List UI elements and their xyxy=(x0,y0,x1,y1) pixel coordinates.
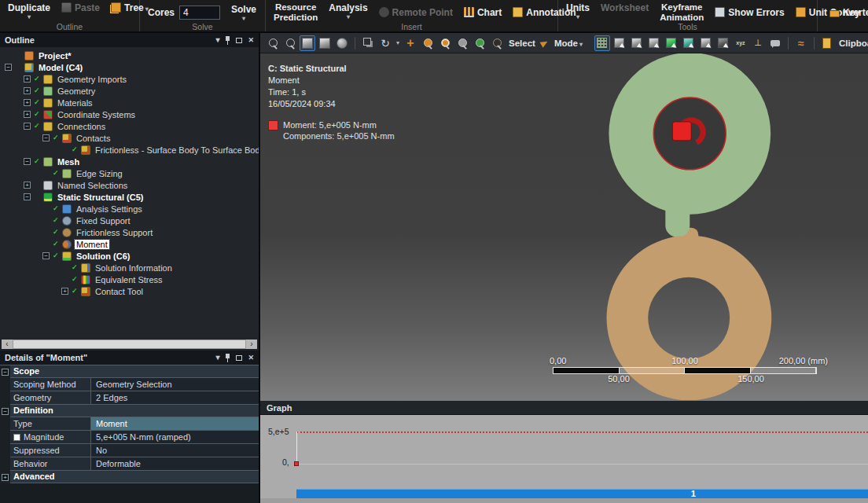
expander-icon[interactable] xyxy=(61,288,68,295)
tree-item-frictionless-support[interactable]: Frictionless Support xyxy=(3,226,259,238)
analysis-button[interactable]: Analysis ▾ xyxy=(329,2,367,20)
cores-input[interactable] xyxy=(179,6,220,20)
rescale-annotation-icon[interactable] xyxy=(334,35,350,51)
pan-icon[interactable] xyxy=(403,35,418,51)
close-icon[interactable] xyxy=(248,36,254,44)
details-value[interactable]: Moment xyxy=(91,417,259,431)
toolbar-separator[interactable] xyxy=(814,37,815,50)
expander-icon[interactable] xyxy=(24,193,31,200)
zoom-out-icon[interactable] xyxy=(265,35,281,51)
paste-button[interactable]: Paste xyxy=(61,2,100,13)
expander-icon[interactable] xyxy=(24,75,31,83)
tree-item-coordinate-systems[interactable]: Coordinate Systems xyxy=(3,108,259,120)
select-face-icon[interactable] xyxy=(646,35,662,51)
select-node-icon[interactable] xyxy=(681,35,697,51)
tree-item-named-selections[interactable]: Named Selections xyxy=(3,179,259,191)
zoom-fit-icon[interactable] xyxy=(454,35,470,51)
tree-item-static-structural[interactable]: Static Structural (C5) xyxy=(3,191,259,203)
tree-item-contact-tool[interactable]: Contact Tool xyxy=(3,285,259,297)
scrollbar-thumb[interactable] xyxy=(13,340,246,349)
clipboard-icon[interactable] xyxy=(819,35,835,51)
tree-item-connections[interactable]: Connections xyxy=(3,120,259,132)
expander-icon[interactable] xyxy=(42,217,50,224)
graphics-viewport[interactable]: C: Static Structural Moment Time: 1, s 1… xyxy=(260,53,868,401)
expander-icon[interactable] xyxy=(42,240,50,248)
worksheet-button[interactable]: Worksheet xyxy=(601,2,649,13)
expander-icon[interactable] xyxy=(42,205,50,212)
select-body-icon[interactable] xyxy=(664,35,679,51)
box-zoom-icon[interactable] xyxy=(437,35,453,51)
graph-step-bar[interactable]: 1 xyxy=(296,489,868,498)
magnifier-window-icon[interactable] xyxy=(489,35,505,51)
details-value[interactable]: 5,e+005 N-mm (ramped) xyxy=(91,431,259,444)
look-at-face-icon[interactable] xyxy=(317,35,333,51)
expander-icon[interactable] xyxy=(42,252,50,259)
chart-button[interactable]: Chart xyxy=(464,7,502,18)
maximize-icon[interactable] xyxy=(236,355,242,361)
tree-item-contacts[interactable]: Contacts xyxy=(3,132,259,144)
tree-item-mesh[interactable]: Mesh xyxy=(3,156,259,167)
remote-point-button[interactable]: Remote Point xyxy=(379,7,453,18)
details-value[interactable]: 2 Edges xyxy=(91,391,259,405)
details-value[interactable]: Geometry Selection xyxy=(91,378,259,391)
rotate-caret-icon[interactable] xyxy=(395,35,401,51)
model-geometry[interactable] xyxy=(260,53,868,400)
copy-viewport-icon[interactable] xyxy=(360,35,376,51)
select-cursor-icon[interactable] xyxy=(539,35,550,51)
keyframe-animation-button[interactable]: Keyframe Animation xyxy=(660,2,704,23)
tree-item-geometry-imports[interactable]: Geometry Imports xyxy=(3,73,259,85)
expander-icon[interactable] xyxy=(5,64,12,71)
zoom-in-icon[interactable] xyxy=(420,35,436,51)
expander-icon[interactable] xyxy=(61,146,68,153)
isometric-view-icon[interactable] xyxy=(300,35,315,51)
keyframe-grid-icon[interactable] xyxy=(594,35,610,51)
expander-icon[interactable] xyxy=(2,474,9,481)
expander-icon[interactable] xyxy=(24,111,31,118)
comment-icon[interactable] xyxy=(767,35,783,51)
expander-icon[interactable] xyxy=(24,123,31,130)
tree-item-edge-sizing[interactable]: Edge Sizing xyxy=(3,167,259,179)
select-element-icon[interactable] xyxy=(698,35,714,51)
tree-item-moment[interactable]: Moment xyxy=(3,238,259,250)
tree-item-frictionless-contact[interactable]: Frictionless - Surface Body To Surface B… xyxy=(3,144,259,156)
pin-icon[interactable] xyxy=(225,354,230,362)
tree-item-geometry[interactable]: Geometry xyxy=(3,85,259,97)
select-extend-icon[interactable] xyxy=(715,35,731,51)
details-value[interactable]: Deformable xyxy=(91,457,259,471)
expander-icon[interactable] xyxy=(24,158,31,165)
panel-menu-icon[interactable] xyxy=(215,36,219,44)
expander-icon[interactable] xyxy=(42,170,50,177)
mode-dropdown[interactable]: Mode▾ xyxy=(554,39,583,48)
panel-menu-icon[interactable] xyxy=(215,354,219,362)
expander-icon[interactable] xyxy=(42,229,50,236)
expander-icon[interactable] xyxy=(24,87,31,94)
graph-plot-area[interactable]: 5,e+5 0, 1 xyxy=(260,415,868,503)
scroll-left-icon[interactable]: ‹ xyxy=(2,340,13,349)
expander-icon[interactable] xyxy=(42,134,50,141)
tree-item-solution-information[interactable]: Solution Information xyxy=(3,262,259,274)
tree-item-model[interactable]: Model (C4) xyxy=(3,61,259,73)
checkbox-icon[interactable] xyxy=(13,434,20,441)
expander-icon[interactable] xyxy=(5,52,12,59)
toolbar-separator[interactable] xyxy=(355,37,355,50)
chart-spline-icon[interactable] xyxy=(793,35,809,51)
coordinate-probe-icon[interactable] xyxy=(750,35,766,51)
expander-icon[interactable] xyxy=(61,264,68,271)
pin-icon[interactable] xyxy=(225,36,230,45)
select-vertex-icon[interactable] xyxy=(612,35,627,51)
select-edge-icon[interactable] xyxy=(629,35,645,51)
expander-icon[interactable] xyxy=(2,408,9,415)
expander-icon[interactable] xyxy=(24,99,31,106)
resource-prediction-button[interactable]: Resource Prediction xyxy=(274,2,318,23)
duplicate-button[interactable]: Duplicate ▾ xyxy=(8,2,50,20)
clipboard-dropdown[interactable]: Clipboard▾ xyxy=(839,39,868,48)
tree-item-solution[interactable]: Solution (C6) xyxy=(3,250,259,262)
close-icon[interactable] xyxy=(248,354,254,362)
show-errors-button[interactable]: Show Errors xyxy=(715,7,784,18)
units-button[interactable]: Units ▾ xyxy=(566,2,590,20)
tree-item-project[interactable]: Project* xyxy=(3,50,259,61)
keyboard-button[interactable]: Key xyxy=(829,7,860,18)
tree-item-analysis-settings[interactable]: Analysis Settings xyxy=(3,203,259,215)
maximize-icon[interactable] xyxy=(236,38,242,43)
tree-item-fixed-support[interactable]: Fixed Support xyxy=(3,215,259,226)
